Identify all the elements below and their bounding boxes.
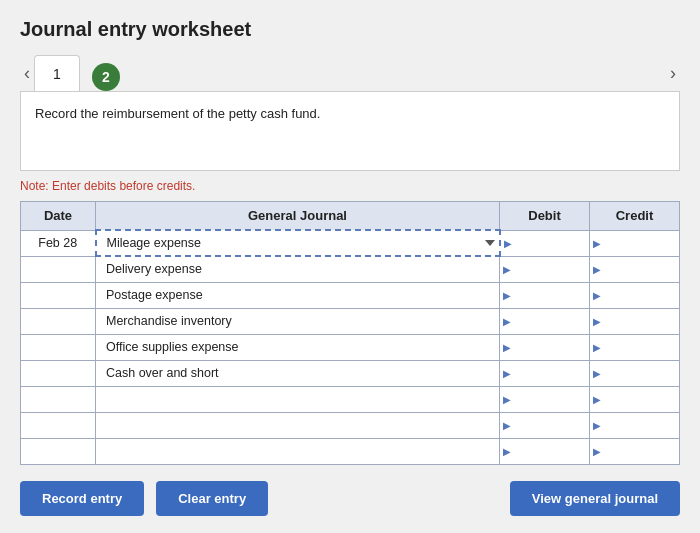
table-row-credit-1[interactable]: ▶: [590, 256, 680, 282]
table-row-date-8: [21, 438, 96, 464]
table-row-credit-6[interactable]: ▶: [590, 386, 680, 412]
col-header-debit: Debit: [500, 202, 590, 231]
debit-arrow-4: ▶: [503, 342, 511, 353]
table-row-credit-7[interactable]: ▶: [590, 412, 680, 438]
footer-buttons: Record entry Clear entry View general jo…: [20, 481, 680, 516]
debit-arrow-6: ▶: [503, 394, 511, 405]
note-text: Note: Enter debits before credits.: [20, 179, 680, 193]
credit-arrow-5: ▶: [593, 368, 601, 379]
credit-arrow-7: ▶: [593, 420, 601, 431]
table-row-debit-8[interactable]: ▶: [500, 438, 590, 464]
dropdown-arrow-0[interactable]: [485, 240, 495, 246]
table-row-date-2: [21, 282, 96, 308]
table-row-date-5: [21, 360, 96, 386]
table-row-debit-2[interactable]: ▶: [500, 282, 590, 308]
page-title: Journal entry worksheet: [20, 18, 680, 41]
col-header-credit: Credit: [590, 202, 680, 231]
table-row-credit-2[interactable]: ▶: [590, 282, 680, 308]
tab-1-label: 1: [53, 66, 61, 82]
table-row-debit-1[interactable]: ▶: [500, 256, 590, 282]
table-row-entry-2[interactable]: Postage expense: [96, 282, 500, 308]
table-row-credit-3[interactable]: ▶: [590, 308, 680, 334]
table-row-debit-4[interactable]: ▶: [500, 334, 590, 360]
tab-2[interactable]: 2: [92, 63, 120, 91]
table-row-date-0: Feb 28: [21, 230, 96, 256]
table-row-date-3: [21, 308, 96, 334]
credit-arrow-1: ▶: [593, 264, 601, 275]
prev-nav-button[interactable]: ‹: [20, 55, 34, 91]
col-header-gj: General Journal: [96, 202, 500, 231]
table-row-entry-1[interactable]: Delivery expense: [96, 256, 500, 282]
debit-arrow-3: ▶: [503, 316, 511, 327]
table-row-entry-5[interactable]: Cash over and short: [96, 360, 500, 386]
table-row-entry-4[interactable]: Office supplies expense: [96, 334, 500, 360]
debit-arrow-0: ▶: [504, 238, 512, 249]
next-nav-button[interactable]: ›: [666, 55, 680, 91]
credit-arrow-4: ▶: [593, 342, 601, 353]
table-row-debit-7[interactable]: ▶: [500, 412, 590, 438]
table-row-date-1: [21, 256, 96, 282]
table-row-date-6: [21, 386, 96, 412]
credit-arrow-8: ▶: [593, 446, 601, 457]
debit-arrow-5: ▶: [503, 368, 511, 379]
instruction-box: Record the reimbursement of the petty ca…: [20, 91, 680, 171]
tab-2-label: 2: [102, 69, 110, 85]
table-row-entry-6: [96, 386, 500, 412]
table-row-entry-0[interactable]: Mileage expense: [96, 230, 500, 256]
table-row-date-7: [21, 412, 96, 438]
instruction-text: Record the reimbursement of the petty ca…: [35, 106, 320, 121]
credit-arrow-2: ▶: [593, 290, 601, 301]
journal-table: Date General Journal Debit Credit Feb 28…: [20, 201, 680, 465]
credit-arrow-0: ▶: [593, 238, 601, 249]
view-general-journal-button[interactable]: View general journal: [510, 481, 680, 516]
debit-arrow-2: ▶: [503, 290, 511, 301]
table-row-entry-8: [96, 438, 500, 464]
table-row-debit-6[interactable]: ▶: [500, 386, 590, 412]
credit-arrow-6: ▶: [593, 394, 601, 405]
table-row-debit-0[interactable]: ▶: [500, 230, 590, 256]
col-header-date: Date: [21, 202, 96, 231]
table-row-credit-8[interactable]: ▶: [590, 438, 680, 464]
table-row-entry-3[interactable]: Merchandise inventory: [96, 308, 500, 334]
table-row-credit-0[interactable]: ▶: [590, 230, 680, 256]
debit-arrow-8: ▶: [503, 446, 511, 457]
debit-arrow-7: ▶: [503, 420, 511, 431]
credit-arrow-3: ▶: [593, 316, 601, 327]
table-row-entry-7: [96, 412, 500, 438]
clear-entry-button[interactable]: Clear entry: [156, 481, 268, 516]
table-row-date-4: [21, 334, 96, 360]
debit-arrow-1: ▶: [503, 264, 511, 275]
table-row-credit-4[interactable]: ▶: [590, 334, 680, 360]
tab-1[interactable]: 1: [34, 55, 80, 91]
table-row-credit-5[interactable]: ▶: [590, 360, 680, 386]
table-row-debit-3[interactable]: ▶: [500, 308, 590, 334]
record-entry-button[interactable]: Record entry: [20, 481, 144, 516]
table-row-debit-5[interactable]: ▶: [500, 360, 590, 386]
